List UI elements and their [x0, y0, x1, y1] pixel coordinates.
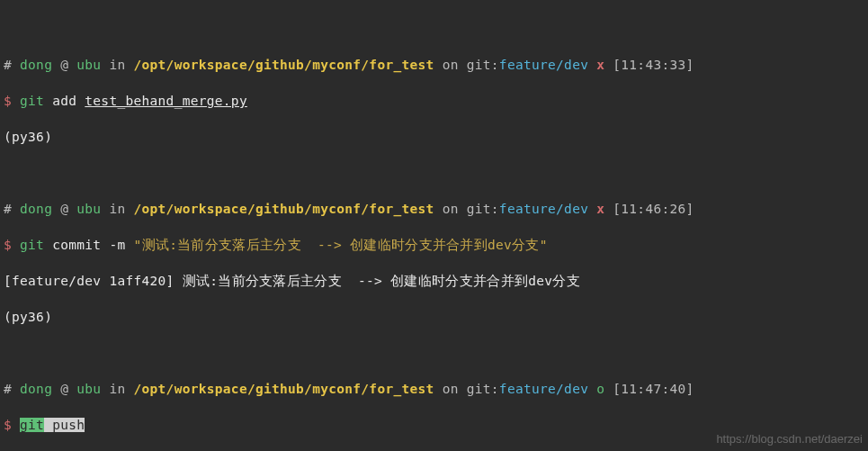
host: ubu [76, 58, 101, 72]
in: in [109, 58, 125, 72]
cwd: /opt/workspace/github/myconf/for_test [134, 58, 434, 72]
highlighted-arg: push [44, 418, 85, 432]
hash: # [4, 58, 12, 72]
prompt-line: # dong @ ubu in /opt/workspace/github/my… [4, 380, 864, 398]
command-filename: test_behand_merge.py [85, 94, 247, 108]
prompt-line: # dong @ ubu in /opt/workspace/github/my… [4, 200, 864, 218]
prompt-line: # dong @ ubu in /opt/workspace/github/my… [4, 56, 864, 74]
command-line[interactable]: $ git add test_behand_merge.py [4, 92, 864, 110]
git-status-icon: x [596, 58, 604, 72]
terminal[interactable]: # dong @ ubu in /opt/workspace/github/my… [0, 0, 868, 451]
command-line[interactable]: $ git commit -m "测试:当前分支落后主分支 --> 创建临时分支… [4, 236, 864, 254]
highlighted-command: git [20, 418, 44, 432]
git-label: git: [467, 58, 499, 72]
command-arg: add [52, 94, 85, 108]
commit-message: "测试:当前分支落后主分支 --> 创建临时分支并合并到dev分支" [134, 238, 548, 252]
user: dong [20, 58, 52, 72]
command: git [20, 94, 44, 108]
env-line: (py36) [4, 308, 864, 326]
git-status-icon: o [596, 382, 604, 396]
on: on [443, 58, 459, 72]
timestamp: [11:43:33] [613, 58, 694, 72]
at: @ [60, 58, 68, 72]
git-status-icon: x [596, 202, 604, 216]
prompt-symbol: $ [4, 94, 12, 108]
output-line: [feature/dev 1aff420] 测试:当前分支落后主分支 --> 创… [4, 272, 864, 290]
watermark: https://blog.csdn.net/daerzei [716, 431, 863, 447]
env-line: (py36) [4, 128, 864, 146]
git-branch: feature/dev [499, 58, 588, 72]
